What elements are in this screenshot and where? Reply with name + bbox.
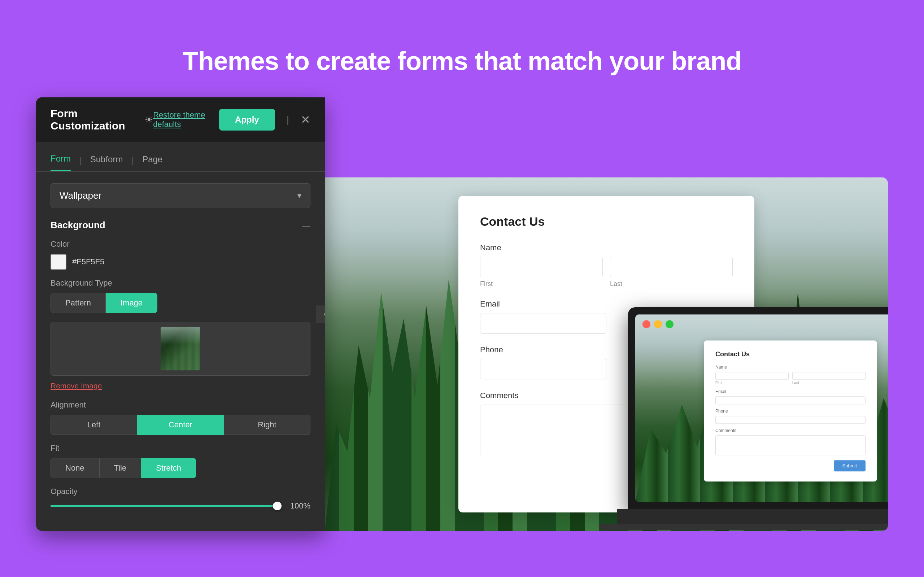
page-title: Themes to create forms that match your b…: [183, 46, 741, 76]
background-type-label: Background Type: [50, 279, 310, 288]
panel-tabs: Form | Subform | Page: [36, 142, 325, 172]
laptop-email-label: Email: [716, 389, 866, 394]
align-right-button[interactable]: Right: [224, 415, 310, 435]
main-container: Form Customization ☀ Restore theme defau…: [36, 97, 888, 531]
divider: |: [287, 114, 289, 126]
wallpaper-dropdown[interactable]: Wallpaper ▾: [50, 183, 310, 208]
opacity-label: Opacity: [50, 487, 310, 496]
align-left-button[interactable]: Left: [50, 415, 137, 435]
opacity-slider-track[interactable]: [50, 505, 281, 507]
opacity-slider-fill: [50, 505, 281, 507]
alignment-button-group: Left Center Right: [50, 415, 310, 435]
traffic-light-green: [666, 320, 674, 328]
preview-area: Contact Us Name First Last Email: [325, 177, 888, 531]
collapse-panel-arrow[interactable]: ‹: [316, 305, 325, 323]
name-group: Name First Last: [480, 243, 733, 288]
sun-icon: ☀: [145, 114, 153, 126]
opacity-value: 100%: [290, 501, 310, 511]
laptop-contact-card: Contact Us Name First Last: [704, 340, 877, 482]
tab-subform[interactable]: Subform: [90, 150, 123, 171]
laptop-first-input: [716, 372, 789, 380]
background-type-setting: Background Type Pattern Image: [50, 279, 310, 313]
laptop-name-row: First Last: [716, 372, 866, 385]
form-customization-panel: Form Customization ☀ Restore theme defau…: [36, 97, 325, 531]
color-label: Color: [50, 239, 310, 249]
panel-body: Wallpaper ▾ Background — Color #F5F5F5 B…: [36, 172, 325, 531]
laptop-last-half: Last: [792, 372, 866, 385]
laptop-contact-title: Contact Us: [716, 351, 866, 358]
name-sub-labels: First Last: [480, 280, 733, 288]
image-preview-area: [50, 322, 310, 376]
first-name-sublabel: First: [480, 280, 603, 288]
collapse-section-icon[interactable]: —: [302, 220, 310, 230]
remove-image-link[interactable]: Remove Image: [50, 382, 310, 390]
laptop-base: [617, 509, 888, 524]
laptop-email-input: [716, 396, 866, 404]
tab-separator-2: |: [131, 156, 134, 165]
fit-setting: Fit None Tile Stretch: [50, 443, 310, 478]
panel-title-area: Form Customization ☀: [50, 108, 153, 132]
laptop-first-half: First: [716, 372, 789, 385]
align-center-button[interactable]: Center: [137, 415, 224, 435]
laptop-forest-bg: Contact Us Name First Last: [635, 314, 888, 502]
color-swatch[interactable]: [50, 254, 66, 270]
opacity-slider-thumb[interactable]: [273, 501, 281, 510]
background-type-button-group: Pattern Image: [50, 293, 310, 313]
image-button[interactable]: Image: [106, 293, 157, 313]
tab-page[interactable]: Page: [142, 150, 162, 171]
laptop-last-input: [792, 372, 866, 380]
panel-header-right: Restore theme defaults Apply | ✕: [153, 109, 310, 131]
opacity-setting: Opacity 100%: [50, 487, 310, 511]
laptop-foot: [599, 524, 888, 530]
close-button[interactable]: ✕: [300, 113, 310, 127]
opacity-row: 100%: [50, 501, 310, 511]
fit-button-group: None Tile Stretch: [50, 458, 310, 478]
background-section-title: Background: [50, 220, 105, 231]
phone-input[interactable]: [480, 359, 606, 379]
tab-form[interactable]: Form: [50, 149, 71, 171]
apply-button[interactable]: Apply: [219, 109, 275, 131]
first-name-input[interactable]: [480, 257, 603, 277]
laptop-traffic-lights: [643, 320, 674, 328]
laptop-comments-textarea: [716, 435, 866, 455]
color-row: #F5F5F5: [50, 254, 310, 270]
alignment-label: Alignment: [50, 400, 310, 410]
fit-tile-button[interactable]: Tile: [99, 458, 142, 478]
last-name-input[interactable]: [610, 257, 733, 277]
traffic-light-red: [643, 320, 650, 328]
laptop-name-label: Name: [716, 364, 866, 370]
dropdown-label: Wallpaper: [60, 190, 102, 201]
alignment-setting: Alignment Left Center Right: [50, 400, 310, 435]
traffic-light-yellow: [654, 320, 662, 328]
chevron-down-icon: ▾: [297, 191, 301, 200]
laptop-mockup: Contact Us Name First Last: [628, 307, 888, 531]
contact-form-title: Contact Us: [480, 214, 733, 229]
image-thumbnail: [161, 327, 200, 371]
fit-stretch-button[interactable]: Stretch: [141, 458, 196, 478]
laptop-phone-label: Phone: [716, 409, 866, 414]
laptop-screen-inner: Contact Us Name First Last: [635, 314, 888, 502]
laptop-submit-button: Submit: [834, 460, 866, 471]
panel-header: Form Customization ☀ Restore theme defau…: [36, 97, 325, 142]
laptop-comments-label: Comments: [716, 428, 866, 433]
laptop-screen-outer: Contact Us Name First Last: [628, 307, 888, 509]
tab-separator-1: |: [79, 156, 82, 165]
name-label: Name: [480, 243, 733, 253]
background-section-header: Background —: [50, 220, 310, 231]
color-setting: Color #F5F5F5: [50, 239, 310, 270]
color-value: #F5F5F5: [72, 257, 104, 266]
name-row: [480, 257, 733, 277]
last-name-sublabel: Last: [610, 280, 733, 288]
restore-theme-defaults-link[interactable]: Restore theme defaults: [153, 110, 210, 129]
pattern-button[interactable]: Pattern: [50, 293, 106, 313]
fit-label: Fit: [50, 443, 310, 453]
fit-none-button[interactable]: None: [50, 458, 99, 478]
email-input[interactable]: [480, 313, 606, 334]
panel-title: Form Customization: [50, 108, 139, 132]
laptop-phone-input: [716, 416, 866, 424]
